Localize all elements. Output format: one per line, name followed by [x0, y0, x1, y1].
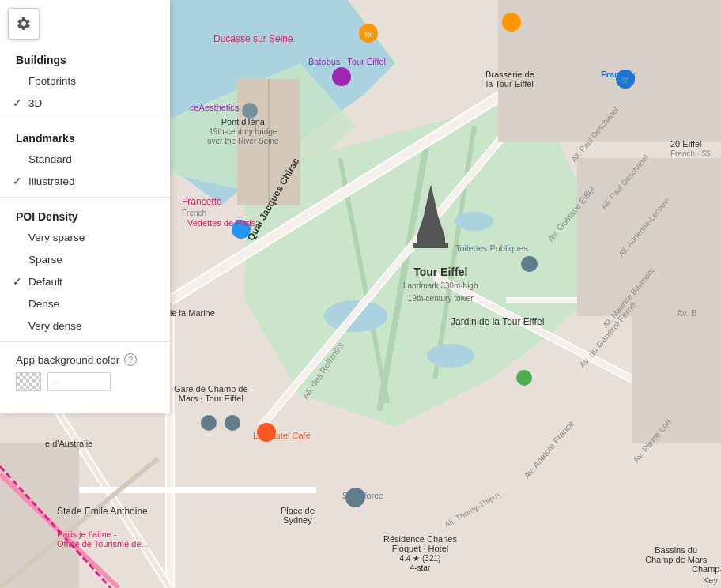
sparse-label: Sparse: [28, 254, 62, 266]
buildings-header: Buildings: [0, 46, 170, 70]
map-label-brasserie: Brasserie dela Tour Eiffel: [485, 70, 534, 89]
svg-point-37: [502, 13, 521, 32]
standard-label: Standard: [28, 153, 72, 165]
standard-item[interactable]: Standard: [0, 148, 170, 170]
color-label: App background color: [16, 354, 119, 366]
svg-rect-34: [413, 243, 448, 248]
map-label-bassins: Bassins duChamp de Mars: [645, 545, 707, 564]
very-sparse-label: Very sparse: [28, 232, 85, 243]
color-section: App background color ? —: [0, 347, 170, 398]
svg-point-40: [225, 415, 240, 431]
gear-button[interactable]: [8, 8, 40, 40]
map-label-salesforce: Salesforce: [342, 491, 383, 500]
poi-density-header: POI Density: [0, 202, 170, 226]
default-label: Default: [28, 276, 62, 288]
map-label-stade: Stade Emile Anthoine: [57, 506, 148, 517]
dense-check: [13, 297, 25, 310]
footprints-item[interactable]: Footprints: [0, 70, 170, 92]
map-label-20eiffel: 20 EiffelFrench · $$: [670, 139, 711, 158]
map-label-aceaesthetics: ceAesthetics: [190, 103, 239, 112]
svg-point-43: [332, 67, 351, 86]
color-text-input[interactable]: —: [47, 372, 111, 391]
poi-dense[interactable]: Dense: [0, 292, 170, 315]
color-value: —: [53, 376, 63, 388]
map-label-jardin: Jardin de la Tour Eiffel: [451, 316, 544, 327]
3d-item[interactable]: ✓ 3D: [0, 92, 170, 114]
map-label-vedettes: Vedettes de Paris: [187, 218, 255, 228]
divider-3: [0, 341, 170, 342]
map-label-franprix: Franprix: [601, 70, 636, 79]
map-label-champ: Champ-: [692, 564, 721, 574]
map-label-ducasse: Ducasse sur Seine: [213, 33, 293, 44]
settings-panel: Buildings Footprints ✓ 3D Landmarks Stan…: [0, 0, 170, 413]
checkerboard-icon[interactable]: [16, 372, 41, 391]
map-label-daustralie: e d'Australie: [45, 439, 92, 448]
poi-very-dense[interactable]: Very dense: [0, 315, 170, 337]
standard-check: [13, 153, 25, 165]
3d-label: 3D: [28, 97, 42, 109]
map-label-pont: Pont d'Iéna19th-century bridgeover the R…: [207, 117, 279, 145]
svg-point-9: [427, 344, 474, 368]
svg-point-39: [201, 415, 217, 431]
map-label-av-b: Av. B: [677, 308, 696, 318]
poi-sparse[interactable]: Sparse: [0, 248, 170, 270]
svg-point-38: [242, 103, 258, 119]
svg-rect-27: [632, 316, 721, 443]
default-check: ✓: [13, 275, 25, 288]
poi-default[interactable]: ✓ Default: [0, 270, 170, 292]
very-dense-check: [13, 319, 25, 332]
map-label-francette: FrancetteFrench: [182, 196, 222, 218]
map-label-batobus: Batobus · Tour Eiffel: [308, 57, 386, 66]
help-icon[interactable]: ?: [124, 353, 137, 366]
dense-label: Dense: [28, 298, 59, 310]
illustrated-item[interactable]: ✓ Illustrated: [0, 170, 170, 192]
map-label-toilettes: Toilettes Publiques: [455, 243, 528, 253]
map-label-paris-tourisme: Paris je t'aime -Office de Tourisme de..…: [57, 530, 149, 548]
map-label-marine: le la Marine: [170, 308, 215, 318]
3d-check: ✓: [13, 96, 25, 109]
key-label: Key: [703, 575, 718, 585]
map-label-gare: Gare de Champ deMars · Tour Eiffel: [174, 384, 248, 403]
svg-point-50: [522, 256, 538, 272]
illustrated-check: ✓: [13, 175, 25, 187]
sparse-check: [13, 253, 25, 266]
landmarks-header: Landmarks: [0, 124, 170, 148]
very-dense-label: Very dense: [28, 320, 82, 332]
svg-rect-33: [417, 237, 445, 243]
map-label-place-sydney: Place deSydney: [281, 506, 315, 525]
divider-1: [0, 119, 170, 119]
svg-point-8: [455, 212, 494, 231]
map-label-residence: Résidence CharlesFloquet · Hotel4.4 ★ (3…: [383, 534, 457, 572]
divider-2: [0, 197, 170, 198]
svg-point-45: [516, 370, 532, 386]
illustrated-label: Illustrated: [28, 175, 75, 187]
footprints-label: Footprints: [28, 75, 76, 87]
svg-text:🍽: 🍽: [364, 30, 372, 39]
very-sparse-check: [13, 231, 25, 243]
poi-very-sparse[interactable]: Very sparse: [0, 226, 170, 248]
svg-rect-26: [577, 158, 721, 316]
footprints-check: [13, 74, 25, 87]
map-label-tour-eiffel: Tour EiffelLandmark 330m-high19th-centur…: [403, 266, 478, 303]
map-label-castel: Le Castel Café: [253, 431, 311, 440]
